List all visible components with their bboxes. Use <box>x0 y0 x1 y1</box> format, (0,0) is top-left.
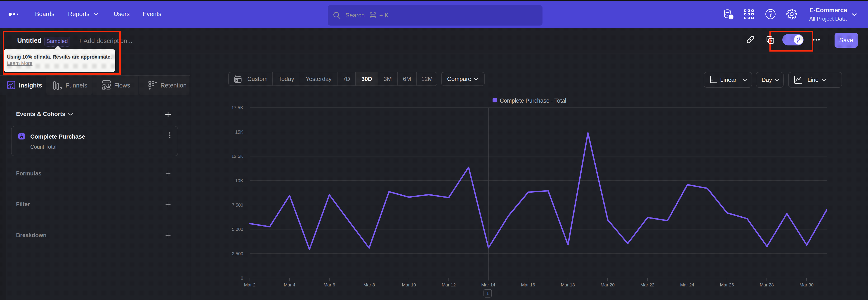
svg-text:Mar 2: Mar 2 <box>244 282 255 287</box>
svg-text:Mar 16: Mar 16 <box>521 282 535 287</box>
svg-text:17.5K: 17.5K <box>231 105 243 110</box>
svg-text:Mar 20: Mar 20 <box>600 282 615 287</box>
svg-text:Mar 4: Mar 4 <box>284 282 295 287</box>
svg-text:Mar 22: Mar 22 <box>640 282 654 287</box>
svg-text:5,000: 5,000 <box>232 227 243 232</box>
svg-text:7,500: 7,500 <box>232 203 243 208</box>
svg-text:Mar 24: Mar 24 <box>680 282 694 287</box>
svg-text:Mar 8: Mar 8 <box>363 282 375 287</box>
svg-text:Mar 28: Mar 28 <box>760 282 774 287</box>
svg-text:0: 0 <box>241 276 243 280</box>
svg-text:Mar 18: Mar 18 <box>561 282 575 287</box>
svg-text:10K: 10K <box>235 178 243 183</box>
svg-text:15K: 15K <box>235 129 243 134</box>
svg-text:Mar 26: Mar 26 <box>720 282 734 287</box>
svg-text:Mar 6: Mar 6 <box>323 282 335 287</box>
svg-text:12.5K: 12.5K <box>231 154 243 159</box>
svg-text:2,500: 2,500 <box>232 251 243 256</box>
svg-text:Mar 14: Mar 14 <box>481 282 495 287</box>
svg-text:Mar 12: Mar 12 <box>442 282 456 287</box>
svg-text:Mar 30: Mar 30 <box>800 282 813 287</box>
svg-text:Mar 10: Mar 10 <box>402 282 416 287</box>
